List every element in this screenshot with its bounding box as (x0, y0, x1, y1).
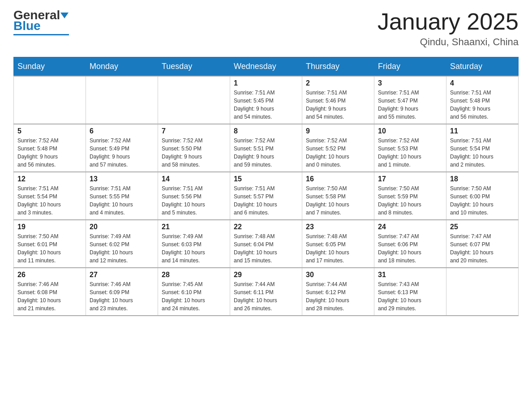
calendar-cell: 7Sunrise: 7:52 AMSunset: 5:50 PMDaylight… (158, 124, 230, 172)
day-number: 11 (450, 127, 515, 135)
calendar-cell (158, 76, 230, 124)
day-info: Sunrise: 7:51 AMSunset: 5:54 PMDaylight:… (450, 137, 515, 169)
day-number: 10 (378, 127, 442, 135)
logo: General Blue (13, 9, 69, 35)
day-info: Sunrise: 7:44 AMSunset: 6:12 PMDaylight:… (306, 280, 370, 313)
day-info: Sunrise: 7:46 AMSunset: 6:09 PMDaylight:… (90, 280, 154, 313)
day-number: 9 (306, 127, 370, 135)
title-section: January 2025 Qindu, Shaanxi, China (378, 9, 519, 48)
calendar-cell: 1Sunrise: 7:51 AMSunset: 5:45 PMDaylight… (230, 76, 302, 124)
calendar-cell: 21Sunrise: 7:49 AMSunset: 6:03 PMDayligh… (158, 220, 230, 268)
day-info: Sunrise: 7:50 AMSunset: 5:58 PMDaylight:… (306, 184, 370, 217)
day-info: Sunrise: 7:50 AMSunset: 6:01 PMDaylight:… (17, 232, 82, 265)
day-number: 20 (90, 223, 154, 231)
calendar-cell: 19Sunrise: 7:50 AMSunset: 6:01 PMDayligh… (14, 220, 86, 268)
calendar-cell (14, 76, 86, 124)
day-number: 21 (162, 223, 226, 231)
day-info: Sunrise: 7:51 AMSunset: 5:54 PMDaylight:… (17, 184, 82, 217)
calendar-cell: 28Sunrise: 7:45 AMSunset: 6:10 PMDayligh… (158, 268, 230, 316)
day-number: 29 (234, 271, 298, 279)
calendar-cell: 14Sunrise: 7:51 AMSunset: 5:56 PMDayligh… (158, 172, 230, 220)
day-number: 15 (234, 175, 298, 183)
day-number: 4 (450, 79, 515, 87)
day-number: 17 (378, 175, 442, 183)
day-info: Sunrise: 7:52 AMSunset: 5:51 PMDaylight:… (234, 137, 298, 169)
day-info: Sunrise: 7:51 AMSunset: 5:48 PMDaylight:… (450, 89, 515, 121)
day-info: Sunrise: 7:50 AMSunset: 6:00 PMDaylight:… (450, 184, 515, 217)
calendar-cell: 29Sunrise: 7:44 AMSunset: 6:11 PMDayligh… (230, 268, 302, 316)
day-number: 2 (306, 79, 370, 87)
calendar-cell: 31Sunrise: 7:43 AMSunset: 6:13 PMDayligh… (374, 268, 446, 316)
day-of-week-sunday: Sunday (14, 57, 86, 77)
day-number: 31 (378, 271, 442, 279)
day-of-week-monday: Monday (86, 57, 158, 77)
calendar-week-2: 5Sunrise: 7:52 AMSunset: 5:48 PMDaylight… (14, 124, 519, 172)
calendar-cell: 27Sunrise: 7:46 AMSunset: 6:09 PMDayligh… (86, 268, 158, 316)
day-number: 1 (234, 79, 298, 87)
calendar-cell: 13Sunrise: 7:51 AMSunset: 5:55 PMDayligh… (86, 172, 158, 220)
day-of-week-friday: Friday (374, 57, 446, 77)
calendar-cell: 24Sunrise: 7:47 AMSunset: 6:06 PMDayligh… (374, 220, 446, 268)
day-info: Sunrise: 7:52 AMSunset: 5:50 PMDaylight:… (162, 137, 226, 169)
day-number: 7 (162, 127, 226, 135)
day-info: Sunrise: 7:51 AMSunset: 5:46 PMDaylight:… (306, 89, 370, 121)
day-number: 23 (306, 223, 370, 231)
calendar-cell: 10Sunrise: 7:52 AMSunset: 5:53 PMDayligh… (374, 124, 446, 172)
calendar-week-3: 12Sunrise: 7:51 AMSunset: 5:54 PMDayligh… (14, 172, 519, 220)
calendar-cell: 9Sunrise: 7:52 AMSunset: 5:52 PMDaylight… (302, 124, 374, 172)
day-info: Sunrise: 7:48 AMSunset: 6:04 PMDaylight:… (234, 232, 298, 265)
day-number: 24 (378, 223, 442, 231)
day-number: 26 (17, 271, 82, 279)
calendar-week-1: 1Sunrise: 7:51 AMSunset: 5:45 PMDaylight… (14, 76, 519, 124)
calendar-cell: 25Sunrise: 7:47 AMSunset: 6:07 PMDayligh… (446, 220, 519, 268)
calendar-cell: 2Sunrise: 7:51 AMSunset: 5:46 PMDaylight… (302, 76, 374, 124)
day-number: 5 (17, 127, 82, 135)
day-info: Sunrise: 7:46 AMSunset: 6:08 PMDaylight:… (17, 280, 82, 313)
day-info: Sunrise: 7:51 AMSunset: 5:45 PMDaylight:… (234, 89, 298, 121)
day-number: 19 (17, 223, 82, 231)
day-info: Sunrise: 7:44 AMSunset: 6:11 PMDaylight:… (234, 280, 298, 313)
calendar-cell: 26Sunrise: 7:46 AMSunset: 6:08 PMDayligh… (14, 268, 86, 316)
day-info: Sunrise: 7:51 AMSunset: 5:56 PMDaylight:… (162, 184, 226, 217)
day-number: 8 (234, 127, 298, 135)
calendar-cell: 22Sunrise: 7:48 AMSunset: 6:04 PMDayligh… (230, 220, 302, 268)
day-number: 13 (90, 175, 154, 183)
day-info: Sunrise: 7:50 AMSunset: 5:59 PMDaylight:… (378, 184, 442, 217)
day-info: Sunrise: 7:49 AMSunset: 6:02 PMDaylight:… (90, 232, 154, 265)
day-info: Sunrise: 7:48 AMSunset: 6:05 PMDaylight:… (306, 232, 370, 265)
day-info: Sunrise: 7:49 AMSunset: 6:03 PMDaylight:… (162, 232, 226, 265)
calendar-cell: 4Sunrise: 7:51 AMSunset: 5:48 PMDaylight… (446, 76, 519, 124)
page-header: General Blue January 2025 Qindu, Shaanxi… (13, 9, 519, 48)
day-headers-row: SundayMondayTuesdayWednesdayThursdayFrid… (14, 57, 519, 77)
day-number: 16 (306, 175, 370, 183)
day-info: Sunrise: 7:43 AMSunset: 6:13 PMDaylight:… (378, 280, 442, 313)
day-of-week-tuesday: Tuesday (158, 57, 230, 77)
calendar-cell: 5Sunrise: 7:52 AMSunset: 5:48 PMDaylight… (14, 124, 86, 172)
day-number: 12 (17, 175, 82, 183)
day-number: 6 (90, 127, 154, 135)
calendar-cell: 12Sunrise: 7:51 AMSunset: 5:54 PMDayligh… (14, 172, 86, 220)
calendar-week-5: 26Sunrise: 7:46 AMSunset: 6:08 PMDayligh… (14, 268, 519, 316)
calendar-cell: 8Sunrise: 7:52 AMSunset: 5:51 PMDaylight… (230, 124, 302, 172)
calendar-cell: 15Sunrise: 7:51 AMSunset: 5:57 PMDayligh… (230, 172, 302, 220)
calendar-cell: 30Sunrise: 7:44 AMSunset: 6:12 PMDayligh… (302, 268, 374, 316)
day-info: Sunrise: 7:51 AMSunset: 5:57 PMDaylight:… (234, 184, 298, 217)
logo-line (13, 34, 69, 35)
day-info: Sunrise: 7:47 AMSunset: 6:06 PMDaylight:… (378, 232, 442, 265)
day-info: Sunrise: 7:51 AMSunset: 5:55 PMDaylight:… (90, 184, 154, 217)
day-number: 3 (378, 79, 442, 87)
day-of-week-saturday: Saturday (446, 57, 519, 77)
calendar-week-4: 19Sunrise: 7:50 AMSunset: 6:01 PMDayligh… (14, 220, 519, 268)
day-info: Sunrise: 7:47 AMSunset: 6:07 PMDaylight:… (450, 232, 515, 265)
day-number: 28 (162, 271, 226, 279)
calendar-cell (86, 76, 158, 124)
calendar-cell: 17Sunrise: 7:50 AMSunset: 5:59 PMDayligh… (374, 172, 446, 220)
calendar-cell (446, 268, 519, 316)
calendar-cell: 11Sunrise: 7:51 AMSunset: 5:54 PMDayligh… (446, 124, 519, 172)
calendar-cell: 6Sunrise: 7:52 AMSunset: 5:49 PMDaylight… (86, 124, 158, 172)
logo-blue-text: Blue (13, 20, 41, 32)
day-number: 30 (306, 271, 370, 279)
calendar-title: January 2025 (378, 9, 519, 34)
day-of-week-wednesday: Wednesday (230, 57, 302, 77)
day-number: 22 (234, 223, 298, 231)
